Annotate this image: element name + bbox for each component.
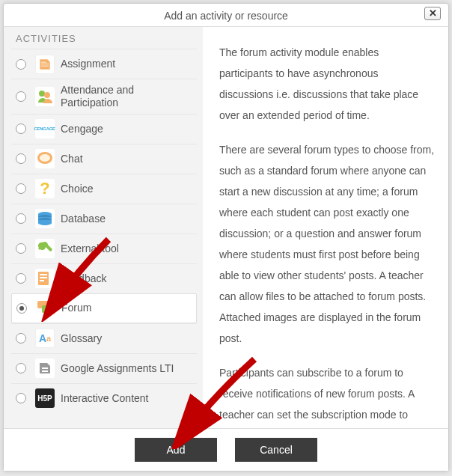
radio-h5p[interactable] (16, 393, 26, 403)
radio-choice[interactable] (16, 183, 26, 194)
forum-icon (36, 299, 55, 318)
svg-point-3 (40, 154, 50, 162)
dialog-body: Activities Assignment Attendance and Par… (4, 26, 448, 428)
activity-list-panel[interactable]: Activities Assignment Attendance and Par… (4, 26, 203, 428)
svg-point-1 (44, 92, 50, 98)
activity-item-glossary[interactable]: Aa Glossary (11, 323, 197, 353)
svg-rect-12 (40, 274, 47, 275)
cengage-icon: CENGAGE (35, 119, 55, 138)
radio-chat[interactable] (16, 153, 26, 164)
activity-label: Assignment (61, 58, 115, 70)
assignment-icon (35, 55, 55, 74)
dialog-footer: Add Cancel (4, 428, 448, 471)
radio-external[interactable] (16, 243, 26, 254)
svg-rect-17 (42, 367, 48, 369)
section-head-activities: Activities (11, 30, 197, 49)
activity-chooser-dialog: Add an activity or resource ✕ Activities… (3, 3, 449, 472)
activity-label: Choice (61, 183, 94, 195)
description-panel[interactable]: The forum activity module enables partic… (203, 26, 448, 428)
activity-label: Feedback (61, 272, 106, 285)
activity-label: Database (61, 213, 106, 225)
svg-rect-16 (42, 305, 52, 313)
radio-glossary[interactable] (16, 333, 26, 344)
activity-label: Forum (61, 302, 91, 314)
activity-item-database[interactable]: Database (11, 204, 197, 234)
svg-rect-18 (42, 370, 48, 372)
activity-label: Cengage (61, 123, 103, 135)
close-button[interactable]: ✕ (424, 7, 441, 20)
radio-google[interactable] (16, 363, 26, 373)
activity-item-chat[interactable]: Chat (11, 144, 197, 174)
external-tool-icon (35, 239, 55, 258)
radio-database[interactable] (16, 213, 26, 224)
dialog-title: Add an activity or resource (164, 10, 288, 22)
activity-item-assignment[interactable]: Assignment (11, 49, 197, 79)
activity-item-forum[interactable]: Forum (11, 293, 197, 323)
svg-point-0 (39, 91, 45, 97)
add-button[interactable]: Add (135, 438, 217, 462)
h5p-icon: H5P (35, 388, 55, 408)
activity-label: Interactive Content (61, 392, 149, 405)
activity-item-external[interactable]: External tool (11, 234, 197, 263)
feedback-icon (35, 269, 55, 288)
description-paragraph: Participants can subscribe to a forum to… (219, 362, 435, 428)
cancel-button[interactable]: Cancel (235, 438, 317, 462)
svg-rect-14 (40, 280, 44, 281)
chat-icon (35, 149, 55, 168)
activity-item-google[interactable]: Google Assignments LTI (11, 353, 197, 383)
activity-label: External tool (61, 242, 119, 255)
radio-assignment[interactable] (16, 59, 26, 70)
radio-forum[interactable] (16, 303, 27, 314)
description-paragraph: There are several forum types to choose … (219, 139, 435, 349)
svg-point-10 (38, 221, 52, 225)
activity-item-choice[interactable]: ? Choice (11, 174, 197, 204)
google-assignments-icon (35, 358, 55, 378)
activity-item-cengage[interactable]: CENGAGE Cengage (11, 114, 197, 144)
description-paragraph: The forum activity module enables partic… (219, 42, 435, 126)
svg-rect-13 (40, 277, 47, 278)
activity-label: Google Assignments LTI (61, 362, 174, 375)
activity-item-feedback[interactable]: Feedback (11, 263, 197, 293)
activity-item-attendance[interactable]: Attendance and Participation (11, 79, 197, 114)
radio-attendance[interactable] (16, 91, 26, 102)
dialog-header: Add an activity or resource ✕ (4, 4, 448, 26)
activity-label: Attendance and Participation (61, 84, 194, 109)
attendance-icon (35, 87, 55, 106)
glossary-icon: Aa (35, 329, 55, 348)
radio-feedback[interactable] (16, 273, 26, 284)
activity-label: Chat (61, 153, 83, 165)
activity-item-h5p[interactable]: H5P Interactive Content (11, 383, 197, 413)
radio-cengage[interactable] (16, 123, 26, 134)
database-icon (35, 209, 55, 228)
choice-icon: ? (35, 179, 55, 198)
activity-label: Glossary (61, 332, 102, 345)
